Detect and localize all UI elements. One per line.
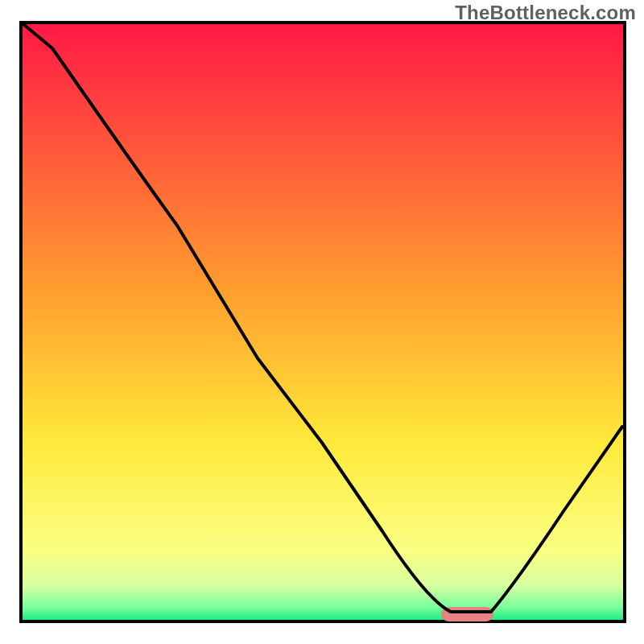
plot-background: [21, 23, 625, 621]
bottleneck-chart: [0, 0, 644, 644]
chart-container: TheBottleneck.com: [0, 0, 644, 644]
watermark-text: TheBottleneck.com: [455, 2, 636, 24]
